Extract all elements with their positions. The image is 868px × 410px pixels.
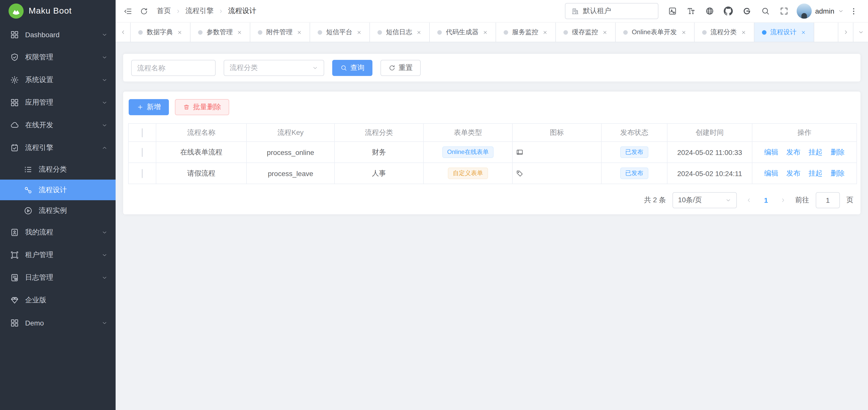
globe-icon[interactable] bbox=[701, 2, 719, 20]
select-all-checkbox[interactable] bbox=[142, 128, 143, 137]
publish-link[interactable]: 发布 bbox=[786, 148, 800, 156]
sidebar-item-tenant[interactable]: 租户管理 bbox=[0, 243, 116, 266]
delete-link[interactable]: 删除 bbox=[831, 148, 845, 156]
sidebar-item-workflow[interactable]: 流程引擎 bbox=[0, 136, 116, 159]
row-icon-cell bbox=[513, 163, 601, 184]
prev-page-chevron-icon[interactable] bbox=[743, 192, 754, 208]
chevron-up-icon bbox=[101, 145, 107, 151]
column-header: 图标 bbox=[513, 123, 601, 142]
search-icon[interactable] bbox=[756, 2, 775, 20]
gitee-icon[interactable] bbox=[738, 2, 756, 20]
sidebar-item-app[interactable]: 应用管理 bbox=[0, 91, 116, 114]
sidebar-item-online-dev[interactable]: 在线开发 bbox=[0, 114, 116, 136]
user-menu[interactable]: admin bbox=[797, 3, 844, 19]
edit-link[interactable]: 编辑 bbox=[764, 169, 778, 177]
process-name-input[interactable] bbox=[131, 60, 216, 76]
suspend-link[interactable]: 挂起 bbox=[808, 169, 823, 177]
sidebar-item-demo[interactable]: Demo bbox=[0, 312, 116, 334]
sidebar-item-my-flow[interactable]: 我的流程 bbox=[0, 221, 116, 243]
sidebar-collapse-fold-icon[interactable] bbox=[120, 3, 136, 19]
sidebar-item-dashboard[interactable]: Dashboard bbox=[0, 23, 116, 46]
next-page-chevron-icon[interactable] bbox=[778, 192, 788, 208]
sidebar-item-process-design[interactable]: 流程设计 bbox=[0, 180, 116, 200]
form-type-badge: 自定义表单 bbox=[448, 167, 488, 179]
row-select-cell bbox=[128, 163, 156, 184]
tenant-select[interactable]: 默认租户 bbox=[565, 3, 658, 19]
main-column: 首页 流程引擎 流程设计 默认租户 ad bbox=[116, 0, 868, 410]
tab-attachment[interactable]: 附件管理 bbox=[250, 23, 310, 42]
office-building-icon bbox=[571, 7, 579, 15]
tabs-scroll-right-chevron-icon[interactable] bbox=[838, 23, 853, 42]
sidebar-item-permission[interactable]: 权限管理 bbox=[0, 46, 116, 68]
publish-link[interactable]: 发布 bbox=[786, 169, 800, 177]
brand[interactable]: Maku Boot bbox=[0, 0, 116, 22]
sidebar-item-label: 日志管理 bbox=[25, 273, 101, 282]
row-checkbox[interactable] bbox=[142, 148, 143, 157]
diamond-icon bbox=[10, 296, 19, 304]
column-header-label: 流程名称 bbox=[187, 128, 215, 136]
font-size-icon[interactable] bbox=[682, 2, 701, 20]
sidebar-item-process-instance[interactable]: 流程实例 bbox=[0, 200, 116, 221]
tab-process-category[interactable]: 流程分类 bbox=[694, 23, 754, 42]
search-button[interactable]: 查询 bbox=[332, 60, 372, 76]
tab-label: 数据字典 bbox=[147, 28, 173, 37]
suspend-link[interactable]: 挂起 bbox=[808, 148, 823, 156]
row-name-cell: 在线表单流程 bbox=[156, 142, 247, 163]
breadcrumb-current: 流程设计 bbox=[228, 6, 256, 16]
sidebar-item-process-category[interactable]: 流程分类 bbox=[0, 159, 116, 180]
refresh-icon[interactable] bbox=[136, 3, 152, 19]
tab-code-generator[interactable]: 代码生成器 bbox=[430, 23, 496, 42]
avatar bbox=[797, 3, 812, 19]
batch-delete-button[interactable]: 批量删除 bbox=[175, 99, 229, 115]
tab-online-form-dev[interactable]: Online表单开发 bbox=[616, 23, 694, 42]
row-form-type-cell: 自定义表单 bbox=[424, 163, 513, 184]
tabs-dropdown-chevron-icon[interactable] bbox=[853, 23, 868, 42]
brand-logo-mountain-icon bbox=[8, 3, 24, 19]
translate-icon[interactable] bbox=[663, 2, 682, 20]
tabs-scroll-left-chevron-icon[interactable] bbox=[116, 23, 131, 42]
close-icon bbox=[237, 29, 242, 35]
process-category-select[interactable]: 流程分类 bbox=[224, 60, 324, 76]
tab-label: 流程设计 bbox=[770, 28, 796, 37]
reset-button[interactable]: 重置 bbox=[380, 60, 421, 76]
settings-kebab-icon[interactable] bbox=[846, 2, 861, 20]
breadcrumb-workflow[interactable]: 流程引擎 bbox=[185, 6, 214, 16]
row-checkbox[interactable] bbox=[142, 169, 143, 178]
tab-sms-log[interactable]: 短信日志 bbox=[370, 23, 430, 42]
trash-icon bbox=[183, 104, 190, 111]
page-content: 流程分类 查询 重置 新增 bbox=[116, 42, 868, 410]
column-header: 操作 bbox=[752, 123, 857, 142]
close-icon bbox=[741, 29, 746, 35]
tab-data-dict[interactable]: 数据字典 bbox=[131, 23, 190, 42]
chevron-down-icon bbox=[101, 122, 107, 128]
tab-dot bbox=[138, 30, 143, 34]
tab-service-monitor[interactable]: 服务监控 bbox=[496, 23, 556, 42]
table-card: 新增 批量删除 流程名称流程Key流程分类表单类型图标发布状态创建时间操作 在线… bbox=[123, 92, 861, 214]
tab-dot bbox=[563, 30, 568, 34]
breadcrumb-home[interactable]: 首页 bbox=[157, 6, 171, 16]
github-icon[interactable] bbox=[719, 2, 738, 20]
sidebar-item-label: Dashboard bbox=[25, 30, 101, 38]
tab-sms-platform[interactable]: 短信平台 bbox=[310, 23, 370, 42]
add-button[interactable]: 新增 bbox=[129, 99, 169, 115]
sidebar-item-system[interactable]: 系统设置 bbox=[0, 68, 116, 91]
cell-text: 2024-05-02 11:00:33 bbox=[677, 148, 742, 156]
edit-link[interactable]: 编辑 bbox=[764, 148, 778, 156]
row-form-type-cell: Online在线表单 bbox=[424, 142, 513, 163]
tab-label: 缓存监控 bbox=[572, 28, 598, 37]
pagination-total: 共 2 条 bbox=[644, 196, 666, 205]
goto-page-input[interactable] bbox=[816, 192, 840, 208]
tab-dot bbox=[377, 30, 382, 34]
tab-param-mgmt[interactable]: 参数管理 bbox=[190, 23, 250, 42]
tab-cache-monitor[interactable]: 缓存监控 bbox=[556, 23, 616, 42]
row-created-cell: 2024-05-02 11:00:33 bbox=[667, 142, 752, 163]
sidebar-item-log[interactable]: 日志管理 bbox=[0, 266, 116, 289]
tab-process-design[interactable]: 流程设计 bbox=[754, 23, 814, 42]
doc-user-icon bbox=[10, 228, 19, 237]
delete-link[interactable]: 删除 bbox=[831, 169, 845, 177]
page-size-select[interactable]: 10条/页 bbox=[673, 192, 737, 208]
page-number-1[interactable]: 1 bbox=[761, 196, 771, 204]
frame-icon bbox=[10, 250, 19, 259]
sidebar-item-enterprise[interactable]: 企业版 bbox=[0, 289, 116, 312]
fullscreen-icon[interactable] bbox=[775, 2, 794, 20]
